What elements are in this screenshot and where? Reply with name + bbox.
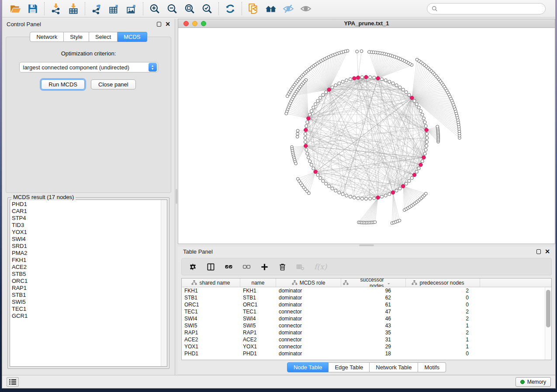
float-panel-icon[interactable] [536,249,541,254]
tab-mcds[interactable]: MCDS [118,32,147,42]
zoom-out-icon[interactable] [163,1,181,16]
hide-selected-icon[interactable] [280,1,297,16]
graph-node[interactable] [374,221,377,224]
graph-node[interactable] [304,144,308,148]
tab-network[interactable]: Network [30,32,64,42]
graph-node[interactable] [360,50,363,53]
vertical-splitter[interactable] [175,19,178,375]
graph-node[interactable] [307,117,310,120]
graph-node[interactable] [405,182,408,185]
graph-node[interactable] [388,80,391,83]
graph-node[interactable] [384,194,387,197]
graph-node[interactable] [327,88,331,91]
tab-motifs[interactable]: Motifs [418,362,446,372]
graph-node[interactable] [334,189,337,192]
export-network-icon[interactable] [88,1,105,16]
table-row[interactable]: PHD1PHD1dominator180 [182,350,545,357]
graph-node[interactable] [419,110,422,113]
graph-node[interactable] [380,78,383,81]
graph-node[interactable] [395,84,398,87]
horizontal-splitter[interactable] [178,244,555,247]
mcds-result-item[interactable]: STP4 [12,215,159,222]
graph-node[interactable] [308,160,311,163]
mcds-result-item[interactable]: CAR1 [12,208,159,215]
graph-node[interactable] [305,148,308,151]
graph-node[interactable] [304,128,308,132]
graph-node[interactable] [331,187,334,190]
graph-node[interactable] [380,195,383,198]
graph-node[interactable] [308,113,311,116]
graph-node[interactable] [417,106,420,109]
graph-node[interactable] [391,191,394,194]
select-all-icon[interactable] [225,263,233,271]
graph-node[interactable] [285,112,288,115]
graph-node[interactable] [353,76,356,80]
table-row[interactable]: ACE2ACE2connector311 [182,336,545,343]
mcds-result-item[interactable]: FKH1 [12,257,159,264]
graph-node[interactable] [328,185,331,188]
mcds-result-item[interactable]: SWI4 [12,236,159,243]
graph-node[interactable] [353,196,356,199]
optimization-criterion-select[interactable]: largest connected component (undirected)… [19,62,158,72]
table-scrollbar[interactable] [545,287,551,360]
graph-node[interactable] [356,76,360,79]
graph-node[interactable] [310,163,313,166]
table-row[interactable]: FKH1FKH1dominator962 [182,287,545,294]
graph-node[interactable] [341,193,344,196]
mcds-result-item[interactable]: YOX1 [12,229,159,236]
graph-node[interactable] [408,93,411,96]
memory-button[interactable]: Memory [515,377,551,387]
graph-node[interactable] [304,132,307,135]
scrollbar-thumb[interactable] [546,290,550,327]
search-field[interactable] [427,3,546,14]
graph-node[interactable] [345,194,348,197]
open-file-icon[interactable] [7,1,24,16]
graph-node[interactable] [296,135,299,138]
graph-node[interactable] [334,84,337,87]
mcds-result-item[interactable]: RAP1 [12,285,159,292]
tab-node-table[interactable]: Node Table [287,362,329,372]
graph-node[interactable] [408,179,411,182]
graph-node[interactable] [296,132,299,135]
graph-node[interactable] [373,76,376,79]
graph-node[interactable] [322,179,325,182]
mcds-result-item[interactable]: ACE2 [12,264,159,271]
column-header-mcds-role[interactable]: MCDS role [276,279,341,287]
graph-node[interactable] [426,136,429,139]
mcds-result-list[interactable]: PHD1CAR1STP4TID3YOX1SWI4SRD1PMA2FKH1ACE2… [10,200,161,366]
graph-node[interactable] [369,197,372,200]
close-panel-icon[interactable]: ✕ [545,248,550,254]
graph-node[interactable] [305,124,308,127]
graph-node[interactable] [422,117,425,120]
graph-node[interactable] [376,196,380,199]
tab-network-table[interactable]: Network Table [370,362,418,372]
graph-node[interactable] [319,176,322,179]
graph-node[interactable] [296,129,299,132]
mcds-list-scrollbar[interactable] [161,200,167,366]
graph-node[interactable] [312,106,315,109]
zoom-selected-icon[interactable] [198,1,216,16]
graph-node[interactable] [423,120,426,124]
graph-node[interactable] [338,191,341,194]
graph-node[interactable] [415,103,418,106]
graph-node[interactable] [349,195,352,198]
mcds-result-item[interactable]: PHD1 [12,201,159,208]
import-table-icon[interactable] [65,1,82,16]
graph-node[interactable] [306,152,309,155]
graph-node[interactable] [373,197,376,200]
network-graph[interactable] [178,28,555,244]
graph-node[interactable] [356,50,359,53]
graph-node[interactable] [424,124,427,127]
zoom-fit-icon[interactable] [181,1,198,16]
tab-select[interactable]: Select [89,32,118,42]
settings-gear-icon[interactable] [189,263,197,271]
table-row[interactable]: STB1STB1dominator620 [182,294,545,301]
graph-node[interactable] [401,88,405,91]
graph-node[interactable] [405,91,408,94]
graph-node[interactable] [325,182,328,185]
show-all-icon[interactable] [297,1,315,16]
search-input[interactable] [440,5,541,12]
graph-node[interactable] [412,173,416,177]
graph-node[interactable] [423,152,426,155]
graph-node[interactable] [410,96,414,100]
